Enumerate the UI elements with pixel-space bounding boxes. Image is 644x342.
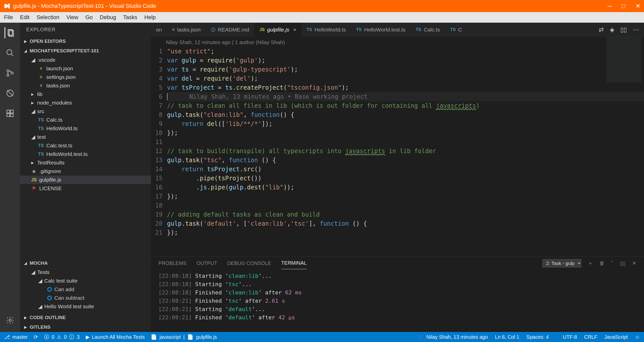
file-HelloWorld-ts[interactable]: TSHelloWorld.ts xyxy=(20,124,151,133)
test-suite[interactable]: ◢Calc test suite xyxy=(20,277,151,285)
folder-src[interactable]: ◢src xyxy=(20,107,151,116)
test-suite[interactable]: ◢Hello World test suite xyxy=(20,302,151,311)
tab-close-icon[interactable]: × xyxy=(293,27,296,33)
file-tree: ◢.vscode≡launch.json≡settings.json≡tasks… xyxy=(20,56,151,258)
terminal-tab[interactable]: TERMINAL xyxy=(281,257,307,269)
file-tasks-json[interactable]: ≡tasks.json xyxy=(20,81,151,90)
bottom-panel: PROBLEMS OUTPUT DEBUG CONSOLE TERMINAL 2… xyxy=(151,256,644,332)
cursor-position[interactable]: Ln 6, Col 1 xyxy=(495,334,519,340)
source-control-icon[interactable] xyxy=(5,67,16,79)
test-case[interactable]: Can subtract xyxy=(20,294,151,302)
explorer-sidebar: EXPLORER ▶OPEN EDITORS ◢MOCHATYPESCRIPTT… xyxy=(20,23,151,332)
menu-debug[interactable]: Debug xyxy=(100,14,116,21)
tab-on[interactable]: on xyxy=(151,23,167,37)
eol-status[interactable]: CRLF xyxy=(584,334,597,340)
menu-edit[interactable]: Edit xyxy=(20,14,29,21)
explorer-title: EXPLORER xyxy=(20,23,151,37)
tab-Calc-ts[interactable]: TSCalc.ts xyxy=(411,23,445,37)
file-launch-json[interactable]: ≡launch.json xyxy=(20,64,151,73)
tab-HelloWorld-test-ts[interactable]: TSHelloWorld.test.ts xyxy=(351,23,411,37)
extensions-icon[interactable] xyxy=(5,108,16,119)
panel-up-icon[interactable]: ˄ xyxy=(611,260,614,266)
tab-HelloWorld-ts[interactable]: TSHelloWorld.ts xyxy=(302,23,351,37)
mocha-section[interactable]: ◢MOCHA xyxy=(20,258,151,268)
folder--vscode[interactable]: ◢.vscode xyxy=(20,56,151,64)
test-case[interactable]: Can add xyxy=(20,285,151,294)
search-icon[interactable] xyxy=(5,47,16,58)
folder-test[interactable]: ◢test xyxy=(20,133,151,141)
file--gitignore[interactable]: ◆.gitignore xyxy=(20,167,151,176)
debug-icon[interactable] xyxy=(5,88,16,99)
more-actions-icon[interactable]: ⋯ xyxy=(633,26,639,33)
file-gulpfile-js[interactable]: JSgulpfile.js xyxy=(20,176,151,184)
compare-icon[interactable]: ⇄ xyxy=(599,26,604,33)
mocha-tests-root[interactable]: ◢Tests xyxy=(20,268,151,277)
file-settings-json[interactable]: ≡settings.json xyxy=(20,73,151,81)
problems-status[interactable]: ⓧ0 ⚠0 ⓘ3 xyxy=(44,334,79,340)
open-changes-icon[interactable]: ◈ xyxy=(610,26,614,33)
tab-gulpfile-js[interactable]: JSgulpfile.js× xyxy=(255,23,302,37)
folder-node_modules[interactable]: ▸node_modules xyxy=(20,98,151,107)
new-terminal-icon[interactable]: ＋ xyxy=(588,260,593,267)
indentation-status[interactable]: Spaces: 4 xyxy=(526,334,549,340)
explorer-icon[interactable] xyxy=(5,27,16,38)
code-editor[interactable]: 123456789101112131415161718192021 "use s… xyxy=(151,47,644,256)
terminal-selector[interactable]: 2: Task - gulp xyxy=(542,259,581,267)
activity-bar xyxy=(0,23,20,332)
code-content[interactable]: "use strict"; var gulp = require('gulp')… xyxy=(167,47,644,256)
git-branch[interactable]: ⎇master xyxy=(4,334,28,340)
sync-button[interactable]: ⟳ xyxy=(34,334,38,340)
settings-gear-icon[interactable] xyxy=(5,315,16,326)
svg-point-13 xyxy=(9,319,11,322)
folder-TestResults[interactable]: ▸TestResults xyxy=(20,158,151,167)
menu-bar: FileEditSelectionViewGoDebugTasksHelp xyxy=(0,12,644,23)
file-LICENSE[interactable]: ⚑LICENSE xyxy=(20,184,151,193)
problems-tab[interactable]: PROBLEMS xyxy=(158,257,186,269)
language-mode[interactable]: JavaScript xyxy=(604,334,628,340)
open-editors-section[interactable]: ▶OPEN EDITORS xyxy=(20,37,151,46)
minimize-button[interactable]: ─ xyxy=(607,3,612,10)
output-tab[interactable]: OUTPUT xyxy=(196,257,217,269)
vscode-icon xyxy=(4,3,11,10)
line-gutter: 123456789101112131415161718192021 xyxy=(151,47,167,256)
folder-lib[interactable]: ▸lib xyxy=(20,90,151,98)
svg-point-5 xyxy=(7,74,9,76)
split-editor-icon[interactable]: ▯▯ xyxy=(620,26,627,33)
editor-area: on≡tasks.jsonⓘREADME.mdJSgulpfile.js×TSH… xyxy=(151,23,644,332)
status-bar: ⎇master ⟳ ⓧ0 ⚠0 ⓘ3 ▶Launch All Mocha Tes… xyxy=(0,332,644,342)
encoding-status[interactable]: UTF-8 xyxy=(563,334,577,340)
menu-view[interactable]: View xyxy=(66,14,78,21)
menu-help[interactable]: Help xyxy=(144,14,156,21)
close-window-button[interactable]: ✕ xyxy=(635,3,640,10)
file-type-status[interactable]: 📄javascript | 📄gulpfile.js xyxy=(151,334,217,340)
svg-line-8 xyxy=(7,90,13,96)
close-panel-icon[interactable]: ✕ xyxy=(632,260,636,266)
launch-tests-button[interactable]: ▶Launch All Mocha Tests xyxy=(86,334,145,340)
window-title: gulpfile.js - MochaTypescriptTest-101 - … xyxy=(13,3,156,9)
kill-terminal-icon[interactable]: 🗑 xyxy=(599,260,605,266)
svg-rect-11 xyxy=(7,114,10,116)
tab-tasks-json[interactable]: ≡tasks.json xyxy=(167,23,206,37)
code-outline-section[interactable]: ▶CODE OUTLINE xyxy=(20,313,151,322)
project-section[interactable]: ◢MOCHATYPESCRIPTTEST-101 xyxy=(20,46,151,56)
gitlens-blame-status[interactable]: 👤Nilay Shah, 13 minutes ago xyxy=(418,334,488,340)
menu-file[interactable]: File xyxy=(4,14,13,21)
split-terminal-icon[interactable]: ▯▯ xyxy=(620,260,626,266)
panel-tabs: PROBLEMS OUTPUT DEBUG CONSOLE TERMINAL 2… xyxy=(151,257,644,270)
terminal-output[interactable]: [22:08:18] Starting 'clean:lib'...[22:08… xyxy=(151,270,644,332)
gitlens-section[interactable]: ▶GITLENS xyxy=(20,322,151,332)
svg-rect-9 xyxy=(7,110,10,113)
file-Calc-ts[interactable]: TSCalc.ts xyxy=(20,116,151,124)
feedback-icon[interactable]: ☺ xyxy=(635,334,640,340)
svg-rect-10 xyxy=(10,110,13,113)
tab-README-md[interactable]: ⓘREADME.md xyxy=(206,23,255,37)
file-Calc-test-ts[interactable]: TSCalc.test.ts xyxy=(20,141,151,150)
debug-console-tab[interactable]: DEBUG CONSOLE xyxy=(227,257,271,269)
file-HelloWorld-test-ts[interactable]: TSHelloWorld.test.ts xyxy=(20,150,151,158)
tab-C[interactable]: TSC xyxy=(445,23,467,37)
maximize-button[interactable]: □ xyxy=(622,3,626,10)
svg-point-2 xyxy=(7,50,12,55)
menu-tasks[interactable]: Tasks xyxy=(123,14,137,21)
menu-selection[interactable]: Selection xyxy=(36,14,59,21)
menu-go[interactable]: Go xyxy=(85,14,93,21)
